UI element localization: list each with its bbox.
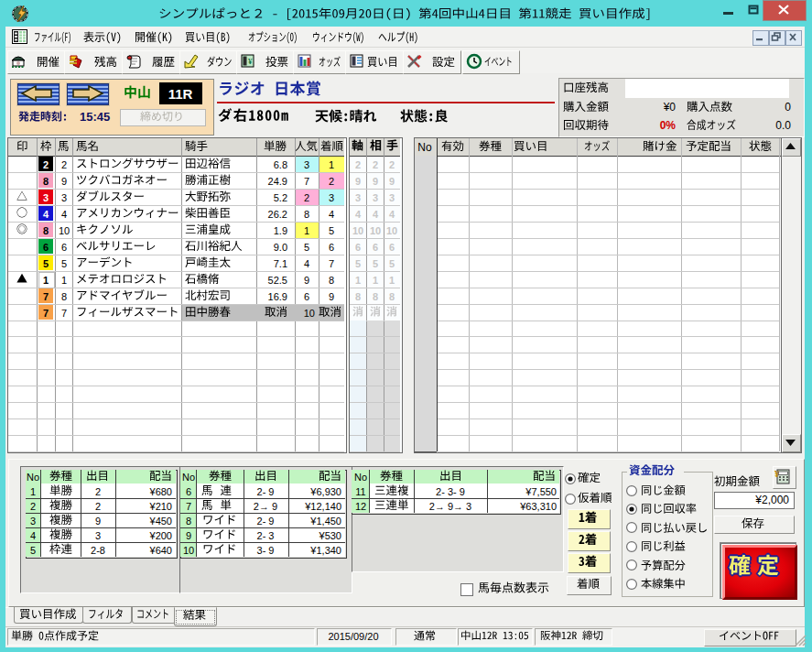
svg-text:¥: ¥ (248, 57, 253, 66)
svg-text:¥: ¥ (774, 469, 779, 479)
